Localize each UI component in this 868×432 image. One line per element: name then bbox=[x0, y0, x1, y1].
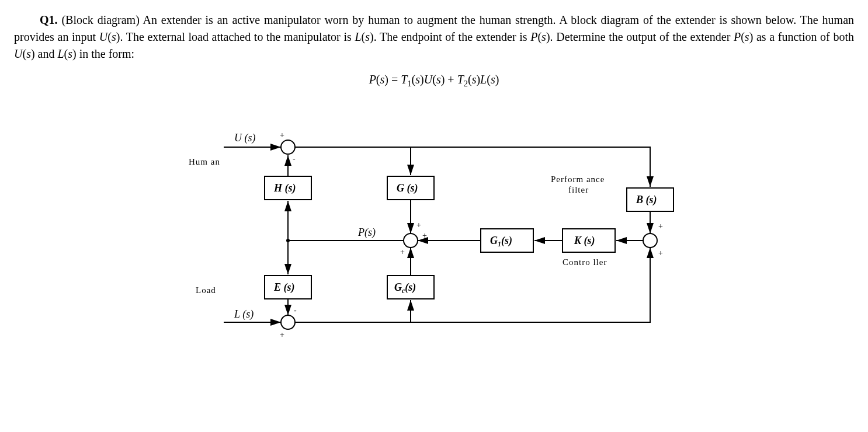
sign-minus: - bbox=[293, 154, 296, 163]
block-G-label: G (s) bbox=[397, 182, 418, 194]
block-G1-label: G1(s) bbox=[490, 235, 512, 248]
label-human: Hum an bbox=[189, 157, 220, 166]
sign-minus: - bbox=[294, 306, 297, 315]
svg-point-13 bbox=[286, 239, 290, 242]
label-perf-filter-1: Perform ance bbox=[551, 175, 605, 184]
block-H-label: H (s) bbox=[273, 182, 296, 194]
label-load: Load bbox=[196, 285, 216, 295]
block-Gc-label: Gc(s) bbox=[394, 281, 416, 295]
sign-plus: + bbox=[280, 131, 284, 140]
label-controller: Contro ller bbox=[563, 257, 607, 267]
label-P: P(s) bbox=[357, 227, 376, 239]
label-perf-filter-2: filter bbox=[568, 185, 589, 194]
block-E-label: E (s) bbox=[273, 281, 295, 294]
block-B-label: B (s) bbox=[636, 194, 657, 206]
sign-plus: + bbox=[400, 248, 405, 256]
block-K-label: K (s) bbox=[574, 235, 595, 247]
question-paragraph: Q1. (Block diagram) An extender is an ac… bbox=[14, 12, 854, 62]
sum-junction-right bbox=[643, 234, 657, 248]
label-L: L (s) bbox=[234, 308, 254, 320]
question-topic: (Block diagram) bbox=[61, 13, 139, 26]
sign-plus: + bbox=[280, 330, 284, 339]
question-id: Q1. bbox=[40, 13, 58, 26]
sum-junction-top bbox=[281, 140, 295, 154]
sign-plus: + bbox=[658, 222, 663, 231]
sign-plus: + bbox=[422, 231, 427, 240]
sign-plus: + bbox=[658, 249, 663, 257]
sum-junction-mid bbox=[404, 234, 418, 248]
equation: P(s) = T1(s)U(s) + T2(s)L(s) bbox=[14, 73, 854, 89]
block-diagram: U (s) Hum an + - H (s) G (s) + B (s) Per… bbox=[14, 112, 854, 360]
sign-plus: + bbox=[416, 221, 421, 229]
label-U: U (s) bbox=[234, 132, 256, 144]
sum-junction-bottom bbox=[281, 315, 295, 329]
